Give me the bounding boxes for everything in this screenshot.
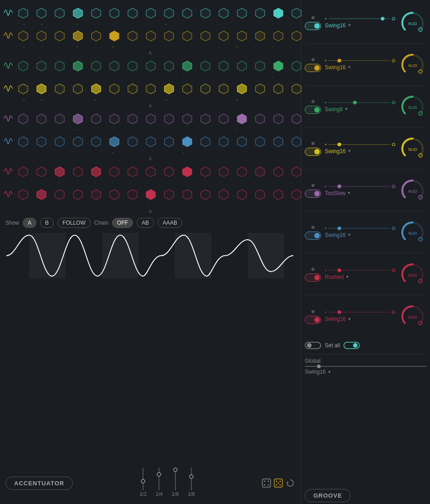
knob-area-4[interactable]: NUD: [399, 177, 426, 204]
hex-cell-5-9[interactable]: [179, 134, 196, 150]
hex-cell-6-13[interactable]: [251, 164, 269, 180]
slider-line-4[interactable]: [328, 186, 390, 187]
hex-cell-3-9[interactable]: [179, 81, 196, 98]
hex-cell-2-9[interactable]: [179, 58, 196, 75]
slider-line-2[interactable]: [328, 102, 390, 103]
hex-cell-6-1[interactable]: [33, 164, 50, 180]
knob-area-6[interactable]: NUD: [399, 261, 426, 288]
hex-cell-6-6[interactable]: [124, 164, 141, 180]
btn-b[interactable]: B: [40, 218, 54, 228]
slider-thumb-4[interactable]: [338, 185, 341, 188]
hex-cell-1-4[interactable]: [87, 28, 105, 45]
toggle-set-all-left[interactable]: [305, 341, 321, 350]
hex-cell-4-3[interactable]: [69, 111, 87, 128]
hex-cell-7-11[interactable]: [215, 187, 232, 203]
hex-cell-3-14[interactable]: [270, 81, 287, 98]
hex-cell-5-14[interactable]: [270, 134, 287, 150]
hex-cell-3-13[interactable]: [251, 81, 269, 98]
hex-cell-7-10[interactable]: [197, 187, 214, 203]
groove-btn[interactable]: GROOVE: [305, 489, 351, 502]
hex-cell-7-7[interactable]: [142, 187, 159, 203]
knob-area-7[interactable]: NUD: [399, 303, 426, 330]
hex-cell-4-9[interactable]: [179, 111, 196, 128]
hex-cell-2-8[interactable]: [160, 58, 178, 75]
hex-cell-3-11[interactable]: [215, 81, 232, 98]
hex-cell-2-7[interactable]: [142, 58, 159, 75]
hex-cell-7-13[interactable]: [251, 187, 269, 203]
slider-thumb-7[interactable]: [338, 310, 341, 314]
hex-cell-7-12[interactable]: [233, 187, 251, 203]
slider-thumb-0[interactable]: [381, 17, 384, 21]
hex-cell-2-11[interactable]: [215, 58, 232, 75]
dropdown-arrow-6[interactable]: ▼: [345, 275, 349, 279]
hex-cell-6-5[interactable]: [106, 164, 123, 180]
hex-cell-7-14[interactable]: [270, 187, 287, 203]
hex-cell-5-7[interactable]: [142, 134, 159, 150]
hex-cell-2-14[interactable]: [270, 58, 287, 75]
hex-cell-7-0[interactable]: [15, 187, 32, 203]
hex-cell-1-9[interactable]: [179, 28, 196, 45]
hex-cell-1-12[interactable]: [233, 28, 251, 45]
hex-cell-5-15[interactable]: [288, 134, 305, 150]
toggle-btn-7[interactable]: [305, 316, 321, 324]
hex-cell-5-10[interactable]: [197, 134, 214, 150]
hex-cell-0-0[interactable]: [15, 5, 32, 22]
hex-cell-2-4[interactable]: [87, 58, 105, 75]
hex-cell-7-2[interactable]: [51, 187, 68, 203]
hex-cell-2-1[interactable]: [33, 58, 50, 75]
dropdown-arrow-7[interactable]: ▼: [348, 317, 351, 321]
slider-line-0[interactable]: [328, 18, 390, 19]
hex-cell-2-10[interactable]: [197, 58, 214, 75]
hex-cell-6-12[interactable]: [233, 164, 251, 180]
dropdown-arrow-1[interactable]: ▼: [348, 65, 351, 69]
slider-line-7[interactable]: [328, 312, 390, 313]
hex-cell-6-0[interactable]: [15, 164, 32, 180]
knob-svg-2[interactable]: NUD: [400, 94, 425, 119]
hex-cell-3-10[interactable]: [197, 81, 214, 98]
hex-cell-0-8[interactable]: [160, 5, 178, 22]
dice-icon-1[interactable]: [261, 478, 271, 488]
dropdown-arrow-0[interactable]: ▼: [348, 23, 351, 27]
slider-line-5[interactable]: [328, 228, 390, 229]
knob-svg-5[interactable]: NUD: [400, 220, 425, 245]
hex-cell-6-4[interactable]: [87, 164, 105, 180]
hex-cell-4-8[interactable]: [160, 111, 178, 128]
hex-cell-3-4[interactable]: [87, 81, 105, 98]
hex-cell-6-11[interactable]: [215, 164, 232, 180]
knob-svg-1[interactable]: NUD: [400, 52, 425, 77]
slider-eighth-track[interactable]: [189, 468, 194, 490]
btn-a[interactable]: A: [23, 218, 36, 228]
hex-cell-2-12[interactable]: [233, 58, 251, 75]
global-slider-thumb[interactable]: [317, 365, 321, 368]
knob-svg-4[interactable]: NUD: [400, 178, 425, 203]
dropdown-arrow-4[interactable]: ▼: [347, 191, 351, 195]
hex-cell-3-5[interactable]: [106, 81, 123, 98]
hex-cell-5-4[interactable]: [87, 134, 105, 150]
hex-cell-3-0[interactable]: [15, 81, 32, 98]
hex-cell-4-15[interactable]: [288, 111, 305, 128]
hex-cell-4-4[interactable]: [87, 111, 105, 128]
hex-cell-2-0[interactable]: [15, 58, 32, 75]
hex-cell-7-9[interactable]: [179, 187, 196, 203]
hex-cell-3-2[interactable]: [51, 81, 68, 98]
hex-cell-0-15[interactable]: [288, 5, 305, 22]
hex-cell-1-2[interactable]: [51, 28, 68, 45]
knob-area-0[interactable]: NUD: [399, 9, 426, 36]
hex-cell-7-8[interactable]: [160, 187, 178, 203]
hex-cell-6-7[interactable]: [142, 164, 159, 180]
hex-cell-2-6[interactable]: [124, 58, 141, 75]
global-slider-track[interactable]: [305, 366, 426, 367]
dropdown-arrow-3[interactable]: ▼: [348, 149, 351, 153]
hex-cell-0-5[interactable]: [106, 5, 123, 22]
hex-cell-1-13[interactable]: [251, 28, 269, 45]
hex-cell-0-10[interactable]: [197, 5, 214, 22]
slider-line-1[interactable]: [328, 60, 390, 61]
knob-svg-6[interactable]: NUD: [400, 262, 425, 287]
reset-icon[interactable]: [285, 478, 295, 488]
hex-cell-3-12[interactable]: [233, 81, 251, 98]
hex-cell-7-6[interactable]: [124, 187, 141, 203]
hex-cell-2-15[interactable]: [288, 58, 305, 75]
hex-cell-1-0[interactable]: [15, 28, 32, 45]
hex-cell-1-3[interactable]: [69, 28, 87, 45]
btn-chain-aaab[interactable]: AAAB: [158, 218, 182, 228]
